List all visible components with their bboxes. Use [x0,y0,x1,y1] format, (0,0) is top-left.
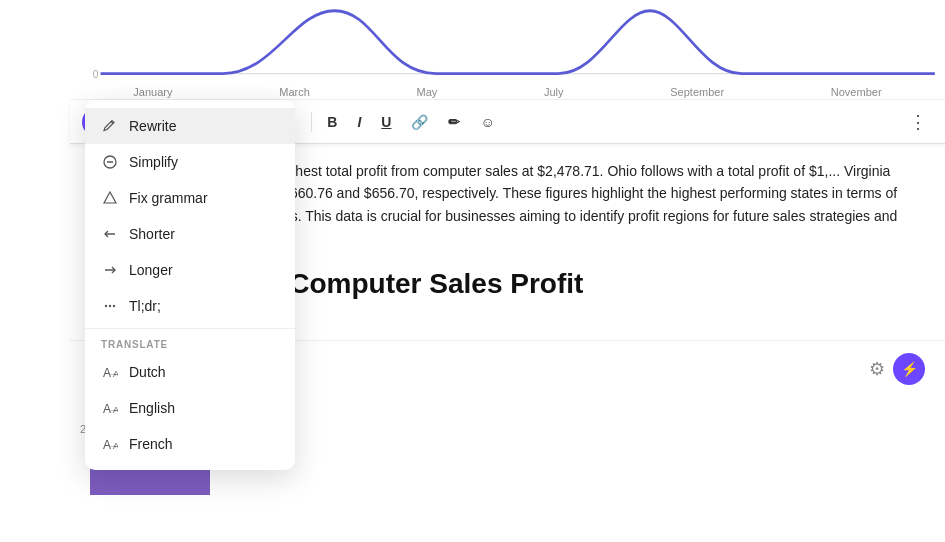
menu-item-rewrite[interactable]: Rewrite [85,108,295,144]
chart-label-nov: November [831,86,882,98]
menu-item-french-label: French [129,436,173,452]
more-options-button[interactable]: ⋮ [903,107,933,137]
chart-x-labels: January March May July September Novembe… [70,84,945,100]
svg-point-9 [113,305,115,307]
fix-grammar-icon [101,189,119,207]
menu-item-simplify[interactable]: Simplify [85,144,295,180]
menu-item-shorter[interactable]: Shorter [85,216,295,252]
menu-item-simplify-label: Simplify [129,154,178,170]
menu-item-tldr-label: Tl;dr; [129,298,161,314]
chart-label-jul: July [544,86,564,98]
menu-item-rewrite-label: Rewrite [129,118,176,134]
menu-divider [85,328,295,329]
french-translate-icon: A → A [101,435,119,453]
bar-chart-ai-button[interactable]: ⚡ [893,353,925,385]
menu-item-dutch-label: Dutch [129,364,166,380]
menu-item-dutch[interactable]: A → A Dutch [85,354,295,390]
simplify-icon [101,153,119,171]
italic-button[interactable]: I [350,110,368,134]
bold-button[interactable]: B [320,110,344,134]
menu-item-english-label: English [129,400,175,416]
english-translate-icon: A → A [101,399,119,417]
shorter-icon [101,225,119,243]
menu-item-longer-label: Longer [129,262,173,278]
svg-text:A: A [113,441,118,451]
line-chart-area: 0 January March May July September Novem… [70,0,945,100]
line-chart-svg: 0 [70,5,945,85]
chart-label-may: May [417,86,438,98]
bar-chart-gear-button[interactable]: ⚙ [869,358,885,380]
bar-chart-actions: ⚙ ⚡ [869,353,925,385]
chart-label-mar: March [279,86,310,98]
underline-button[interactable]: U [374,110,398,134]
tldr-icon [101,297,119,315]
highlight-button[interactable]: ✏ [441,110,467,134]
dutch-translate-icon: A → A [101,363,119,381]
ai-dropdown-menu: Rewrite Simplify Fix grammar Shorter [85,100,295,470]
emoji-button[interactable]: ☺ [473,110,501,134]
chart-label-jan: January [133,86,172,98]
menu-item-tldr[interactable]: Tl;dr; [85,288,295,324]
link-button[interactable]: 🔗 [404,110,435,134]
svg-text:0: 0 [93,68,99,81]
menu-item-english[interactable]: A → A English [85,390,295,426]
chart-label-sep: September [670,86,724,98]
longer-icon [101,261,119,279]
svg-point-8 [109,305,111,307]
menu-item-fix-grammar[interactable]: Fix grammar [85,180,295,216]
svg-text:A: A [113,369,118,379]
menu-item-longer[interactable]: Longer [85,252,295,288]
translate-section-label: TRANSLATE [85,333,295,354]
svg-marker-4 [104,192,116,203]
menu-item-fix-grammar-label: Fix grammar [129,190,208,206]
bar-chart-ai-icon: ⚡ [901,361,918,377]
menu-item-shorter-label: Shorter [129,226,175,242]
menu-item-french[interactable]: A → A French [85,426,295,462]
svg-text:A: A [113,405,118,415]
toolbar-separator-3 [311,112,312,132]
svg-point-7 [105,305,107,307]
rewrite-icon [101,117,119,135]
